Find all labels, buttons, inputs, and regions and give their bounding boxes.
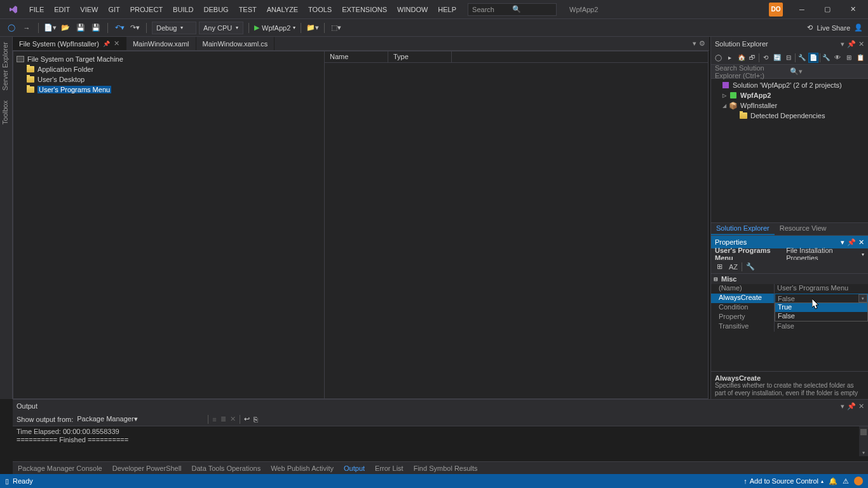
browse-button[interactable]: 📁▾ [306,22,319,34]
project-wpfinstaller[interactable]: ◢📦 WpfInstaller [711,100,868,111]
output-scrollbar[interactable]: ▴ ▾ [859,426,868,456]
se-close-icon[interactable]: ✕ [858,40,864,48]
dropdown-option-true[interactable]: True [775,303,867,312]
prop-close-icon[interactable]: ✕ [858,238,864,247]
fs-folder-node[interactable]: User's Programs Menu [16,85,322,95]
back-button[interactable]: ◯ [5,22,18,34]
save-button[interactable]: 💾 [74,22,87,34]
search-box[interactable]: Search 🔍 [468,3,557,16]
fs-root-node[interactable]: File System on Target Machine [16,54,322,64]
menu-edit[interactable]: EDIT [49,3,75,16]
properties-object-selector[interactable]: User's Programs Menu File Installation P… [711,248,868,260]
out-goto-icon[interactable]: ⎘ [254,416,258,423]
out-clear-icon[interactable]: ≡ [212,416,216,423]
filesystem-list[interactable]: Name Type [325,51,708,398]
bottom-tab[interactable]: Output [339,463,370,473]
menu-project[interactable]: PROJECT [125,3,168,16]
menu-build[interactable]: BUILD [168,3,198,16]
bottom-tab[interactable]: Data Tools Operations [187,463,266,473]
maximize-button[interactable]: ▢ [815,0,840,19]
scroll-thumb[interactable] [860,429,867,435]
user-badge[interactable]: DO [769,3,783,17]
se-tab-resource[interactable]: Resource View [775,223,832,235]
out-pin-icon[interactable]: 📌 [847,402,856,410]
se-refresh-icon[interactable]: 🔄 [772,53,782,63]
doc-tab[interactable]: MainWindow.xaml [126,37,196,50]
menu-file[interactable]: FILE [24,3,49,16]
out-toggle-icon[interactable]: ≣ [220,415,226,423]
menu-tools[interactable]: TOOLS [303,3,337,16]
redo-button[interactable]: ↷▾ [128,22,141,34]
se-switch-icon[interactable]: 🗗 [748,53,758,63]
se-pin-icon[interactable]: 📌 [847,40,856,48]
scroll-down-icon[interactable]: ▾ [859,449,868,456]
bottom-tab[interactable]: Web Publish Activity [266,463,339,473]
se-showall-icon[interactable]: 📄 [808,53,818,63]
se-sync-icon[interactable]: ⟲ [761,53,771,63]
menu-view[interactable]: VIEW [75,3,103,16]
solution-explorer-search[interactable]: Search Solution Explorer (Ctrl+;) 🔍▾ [711,65,868,79]
close-button[interactable]: ✕ [840,0,865,19]
se-back-icon[interactable]: ◯ [714,53,724,63]
se-dropdown-icon[interactable]: ▾ [841,40,844,48]
server-explorer-tab[interactable]: Server Explorer [0,37,10,95]
se-group-icon[interactable]: ⊞ [844,53,854,63]
se-tab-solution[interactable]: Solution Explorer [711,223,775,235]
menu-help[interactable]: HELP [433,3,461,16]
bottom-tab[interactable]: Error List [370,463,409,473]
se-properties-icon[interactable]: 🔧 [822,53,832,63]
out-clear2-icon[interactable]: ✕ [230,415,236,423]
se-wrench-icon[interactable]: 🔧 [797,53,807,63]
prop-row-transitive[interactable]: TransitiveFalse [711,322,868,332]
output-source-combo[interactable]: Package Manager▾ [77,415,204,423]
menu-test[interactable]: TEST [234,3,262,16]
close-tab-icon[interactable]: ✕ [114,39,119,48]
bottom-tab[interactable]: Package Manager Console [13,463,107,473]
se-collapse-icon[interactable]: ⊟ [783,53,794,63]
list-col-type[interactable]: Type [388,51,452,62]
prop-dropdown-icon[interactable]: ▾ [841,238,844,247]
config-combo[interactable]: Debug▾ [152,22,196,34]
menu-debug[interactable]: DEBUG [199,3,234,16]
prop-dropdown-button[interactable]: ▾ [858,294,867,302]
platform-combo[interactable]: Any CPU▾ [199,22,243,34]
add-source-control-button[interactable]: ↑Add to Source Control▴ [743,477,824,485]
new-item-button[interactable]: 📄▾ [44,22,57,34]
prop-dropdown-popup[interactable]: True False [775,302,868,322]
prop-pages-icon[interactable]: 🔧 [745,261,756,273]
doc-tab[interactable]: File System (WpfInstaller)📌✕ [13,37,126,50]
menu-git[interactable]: GIT [103,3,125,16]
out-wrap-icon[interactable]: ↩ [244,415,250,423]
prop-row-alwayscreate[interactable]: AlwaysCreateFalse▾ [711,294,868,303]
filesystem-tree[interactable]: File System on Target Machine Applicatio… [13,51,325,398]
doc-tab[interactable]: MainWindow.xaml.cs [196,37,275,50]
output-body[interactable]: Time Elapsed: 00:00:00.8558339 =========… [13,426,868,456]
pin-icon[interactable]: 📌 [103,41,110,47]
detected-dependencies-node[interactable]: Detected Dependencies [711,111,868,121]
forward-button[interactable]: → [20,22,33,34]
project-wpfapp2[interactable]: ▷ WpfApp2 [711,90,868,100]
dropdown-option-false[interactable]: False [775,312,867,321]
misc-button[interactable]: ⬚▾ [330,22,342,34]
prop-pin-icon[interactable]: 📌 [847,238,856,247]
feedback-icon[interactable]: 👤 [854,24,863,32]
fs-folder-node[interactable]: Application Folder [16,64,322,74]
se-view-icon[interactable]: 📋 [855,53,865,63]
liveshare-button[interactable]: Live Share [817,24,850,32]
undo-button[interactable]: ↶▾ [113,22,126,34]
status-flag-icon[interactable] [854,477,863,485]
minimize-button[interactable]: ─ [789,0,815,19]
out-close-icon[interactable]: ✕ [858,402,864,410]
menu-extensions[interactable]: EXTENSIONS [337,3,392,16]
list-col-name[interactable]: Name [325,51,388,62]
prop-categorized-icon[interactable]: ⊞ [714,261,725,273]
out-dropdown-icon[interactable]: ▾ [841,402,844,410]
status-notify-icon[interactable]: 🔔 [829,477,837,485]
se-fwd-icon[interactable]: ▸ [725,53,735,63]
solution-node[interactable]: Solution 'WpfApp2' (2 of 2 projects) [711,80,868,90]
prop-alpha-icon[interactable]: AZ [728,261,739,273]
solution-tree[interactable]: Solution 'WpfApp2' (2 of 2 projects) ▷ W… [711,79,868,222]
status-warn-icon[interactable]: ⚠ [843,477,849,485]
properties-grid[interactable]: ⊟Misc (Name)User's Programs MenuAlwaysCr… [711,274,868,371]
tabs-dropdown-icon[interactable]: ▾ [693,39,696,48]
